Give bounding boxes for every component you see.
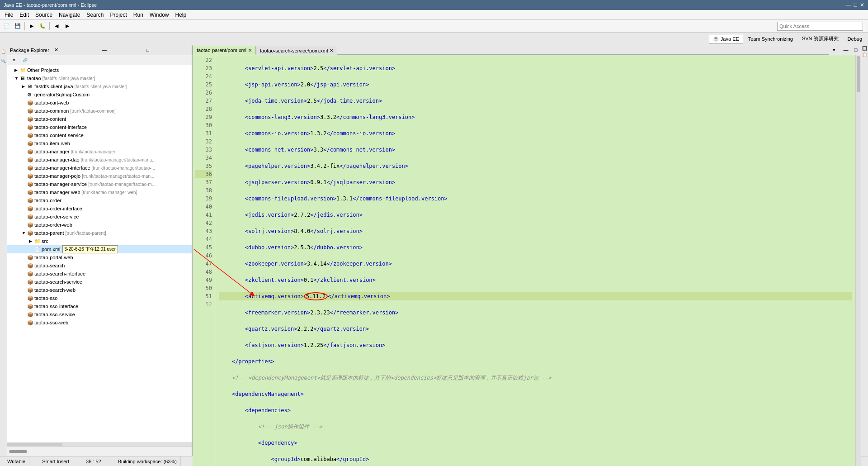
tree-order-service[interactable]: 📦 taotao-order-service bbox=[7, 213, 192, 221]
tree-arrow: ▶ bbox=[14, 68, 20, 72]
menu-help[interactable]: Help bbox=[173, 11, 189, 19]
menu-search[interactable]: Search bbox=[84, 11, 106, 19]
tree-manager-web[interactable]: 📦 taotao-manager-web [trunk/taotao-manag… bbox=[7, 188, 192, 196]
tree-search-service[interactable]: 📦 taotao-search-service bbox=[7, 278, 192, 286]
tab-taotao-search-pom[interactable]: taotao-search-service/pom.xml ✕ bbox=[256, 46, 337, 55]
toolbar-back[interactable]: ◀ bbox=[52, 21, 61, 31]
perspective-svn[interactable]: SVN 资源库研究 bbox=[798, 34, 843, 44]
right-icon-2[interactable]: 📋 bbox=[862, 52, 867, 57]
editor-maximize[interactable]: □ bbox=[851, 45, 861, 55]
tree-manager[interactable]: 📦 taotao-manager [trunk/taotao-manager] bbox=[7, 147, 192, 156]
tree-manager-pojo[interactable]: 📦 taotao-manager-pojo [trunk/taotao-mana… bbox=[7, 172, 192, 180]
tree-order-interface[interactable]: 📦 taotao-order-interface bbox=[7, 204, 192, 213]
perspective-team-sync[interactable]: Team Synchronizing bbox=[744, 34, 797, 44]
code-line-37: <freemarker.version>2.3.23</freemarker.v… bbox=[219, 309, 852, 317]
tree-content-service[interactable]: 📦 taotao-content-service bbox=[7, 131, 192, 139]
tree-sso[interactable]: 📦 taotao-sso bbox=[7, 294, 192, 302]
tree-label: taotao-sso bbox=[34, 295, 57, 301]
tree-order[interactable]: 📦 taotao-order bbox=[7, 196, 192, 204]
code-line-28: <pagehelper.version>3.4.2-fix</pagehelpe… bbox=[219, 162, 852, 170]
tab-close-icon[interactable]: ✕ bbox=[248, 48, 252, 53]
menu-source[interactable]: Source bbox=[33, 11, 55, 19]
tab-taotao-parent-pom[interactable]: taotao-parent/pom.xml ✕ bbox=[193, 46, 256, 55]
line-numbers: 22 23 24 25 26 27 28 29 30 31 32 33 34 3… bbox=[193, 55, 215, 466]
file-tooltip: 3-20-6-26 下午12:01 user bbox=[62, 245, 118, 253]
project-icon: 📦 bbox=[27, 206, 34, 212]
tree-sso-web[interactable]: 📦 taotao-sso-web bbox=[7, 319, 192, 327]
code-editor[interactable]: <servlet-api.version>2.5</servlet-api.ve… bbox=[215, 55, 855, 466]
menu-project[interactable]: Project bbox=[107, 11, 129, 19]
tree-portal-web[interactable]: 📦 taotao-portal-web bbox=[7, 253, 192, 262]
tree-generator[interactable]: ⚙ generatorSqlmapCustom bbox=[7, 90, 192, 99]
perspective-debug[interactable]: Debug bbox=[844, 34, 866, 44]
line-num: 49 bbox=[195, 276, 212, 284]
line-num: 24 bbox=[195, 72, 212, 81]
tree-other-projects[interactable]: ▶ 📁 Other Projects bbox=[7, 66, 192, 74]
menu-edit[interactable]: Edit bbox=[17, 11, 32, 19]
perspective-javaee[interactable]: ☕ Java EE bbox=[709, 34, 743, 44]
editor-minimize[interactable]: — bbox=[841, 45, 851, 55]
toolbar-forward[interactable]: ▶ bbox=[62, 21, 72, 31]
tree-label: taotao-search-web bbox=[34, 287, 75, 293]
left-icon-2[interactable]: 🔍 bbox=[1, 57, 6, 65]
pe-close-icon[interactable]: ✕ bbox=[54, 47, 97, 53]
tree-label: taotao-sso-interface bbox=[34, 304, 78, 309]
quick-access-input[interactable] bbox=[777, 22, 863, 31]
pe-collapse-all[interactable]: ≡ bbox=[9, 55, 19, 65]
tab-close-icon[interactable]: ✕ bbox=[330, 48, 333, 53]
tree-search-interface[interactable]: 📦 taotao-search-interface bbox=[7, 270, 192, 278]
menu-file[interactable]: File bbox=[2, 11, 16, 19]
pe-horizontal-scrollbar[interactable] bbox=[7, 442, 192, 446]
project-icon: 📦 bbox=[27, 190, 34, 195]
menu-navigate[interactable]: Navigate bbox=[56, 11, 83, 19]
editor-vertical-scrollbar[interactable] bbox=[855, 55, 861, 466]
tree-common[interactable]: 📦 taotao-common [trunk/taotao-common] bbox=[7, 107, 192, 115]
menu-run[interactable]: Run bbox=[131, 11, 146, 19]
minimize-button[interactable]: — bbox=[846, 2, 851, 8]
tree-cart-web[interactable]: 📦 taotao-cart-web bbox=[7, 99, 192, 107]
editor-tabs: taotao-parent/pom.xml ✕ taotao-search-se… bbox=[193, 45, 861, 55]
project-icon: 📦 bbox=[27, 133, 34, 138]
project-icon: 📦 bbox=[27, 304, 34, 309]
editor-area: taotao-parent/pom.xml ✕ taotao-search-se… bbox=[193, 45, 861, 456]
line-num: 39 bbox=[195, 195, 212, 203]
tree-fastdfs[interactable]: ▶ 🖥 fastdfs-client-java [fastdfs-client-… bbox=[7, 82, 192, 90]
tree-sso-interface[interactable]: 📦 taotao-sso-interface bbox=[7, 302, 192, 310]
line-num: 30 bbox=[195, 121, 212, 129]
tree-label: src bbox=[42, 238, 48, 244]
tree-manager-service[interactable]: 📦 taotao-manager-service [trunk/taotao-m… bbox=[7, 180, 192, 188]
toolbar-debug[interactable]: 🐛 bbox=[38, 21, 47, 31]
tree-manager-dao[interactable]: 📦 taotao-manager-dao [trunk/taotao-manag… bbox=[7, 156, 192, 164]
scroll-thumb[interactable] bbox=[857, 56, 860, 92]
pe-link[interactable]: 🔗 bbox=[20, 55, 30, 65]
tree-manager-interface[interactable]: 📦 taotao-manager-interface [trunk/taotao… bbox=[7, 164, 192, 172]
tree-label: taotao-content bbox=[34, 116, 66, 122]
tree-src[interactable]: ▶ 📁 src bbox=[7, 237, 192, 245]
pe-min-icon[interactable]: — bbox=[102, 48, 145, 52]
tree-content[interactable]: 📦 taotao-content bbox=[7, 115, 192, 123]
code-line-46: <groupId>com.alibaba</groupId> bbox=[219, 455, 852, 463]
toolbar-save[interactable]: 💾 bbox=[13, 21, 23, 31]
toolbar-run[interactable]: ▶ bbox=[27, 21, 37, 31]
tree-content-interface[interactable]: 📦 taotao-content-interface bbox=[7, 123, 192, 131]
tree-sso-service[interactable]: 📦 taotao-sso-service bbox=[7, 310, 192, 319]
tree-item-web[interactable]: 📦 taotao-item-web bbox=[7, 139, 192, 147]
pe-scroll-thumb[interactable] bbox=[9, 450, 27, 453]
tree-taotao[interactable]: ▼ 🖥 taotao [fastdfs-client-java master] bbox=[7, 74, 192, 82]
window-controls[interactable]: — □ ✕ bbox=[846, 2, 864, 8]
tree-search-web[interactable]: 📦 taotao-search-web bbox=[7, 286, 192, 294]
close-button[interactable]: ✕ bbox=[860, 2, 864, 8]
maximize-button[interactable]: □ bbox=[854, 2, 857, 8]
editor-tab-menu[interactable]: ▾ bbox=[829, 45, 839, 55]
left-icon-1[interactable]: 📋 bbox=[1, 47, 6, 56]
line-num: 43 bbox=[195, 227, 212, 235]
tree-order-web[interactable]: 📦 taotao-order-web bbox=[7, 221, 192, 229]
tree-search[interactable]: 📦 taotao-search bbox=[7, 262, 192, 270]
right-icon-1[interactable]: 🔲 bbox=[862, 46, 867, 51]
toolbar-new[interactable]: 📄 bbox=[2, 21, 12, 31]
tree-pom-xml[interactable]: 📄 pom.xml 3-20-6-26 下午12:01 user bbox=[7, 245, 192, 253]
menu-window[interactable]: Window bbox=[147, 11, 172, 19]
pe-max-icon[interactable]: □ bbox=[146, 48, 189, 52]
code-line-43: <dependencies> bbox=[219, 406, 852, 414]
tree-parent[interactable]: ▼ 📦 taotao-parent [trunk/taotao-parent] bbox=[7, 229, 192, 237]
